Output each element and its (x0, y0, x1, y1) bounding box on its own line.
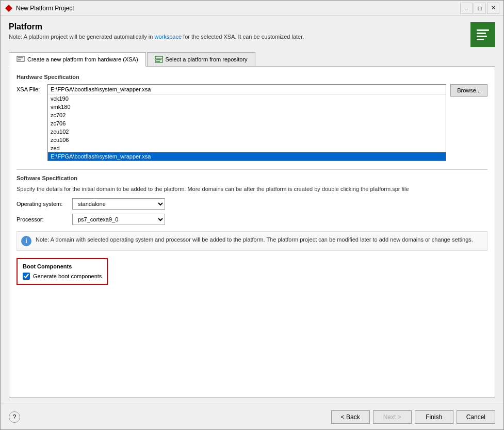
proc-select[interactable]: ps7_cortexa9_0 ps7_cortexa9_1 (72, 214, 165, 225)
footer-right: < Back Next > Finish Cancel (331, 410, 495, 424)
title-bar: New Platform Project – □ ✕ (1, 1, 503, 16)
tabs-container: Create a new platform from hardware (XSA… (9, 52, 495, 67)
proc-label: Processor: (17, 216, 68, 222)
footer-left: ? (9, 411, 20, 423)
close-button[interactable]: ✕ (487, 3, 499, 14)
os-select[interactable]: standalone linux freertos (72, 198, 165, 210)
window-title: New Platform Project (16, 5, 460, 12)
xsa-input[interactable] (48, 85, 446, 94)
svg-rect-4 (477, 36, 487, 37)
main-window: New Platform Project – □ ✕ Platform Note… (0, 0, 504, 430)
list-item[interactable]: zc702 (48, 111, 446, 119)
workspace-link[interactable]: workspace (154, 34, 182, 40)
hardware-tab-icon (17, 56, 25, 63)
boot-checkbox-row: Generate boot components (23, 273, 102, 280)
tab-repo-label: Select a platform from repository (166, 56, 248, 62)
list-item-selected[interactable]: E:\FPGA\bootflash\system_wrapper.xsa (48, 152, 446, 161)
proc-row: Processor: ps7_cortexa9_0 ps7_cortexa9_1 (17, 214, 487, 225)
repo-tab-icon (155, 56, 163, 63)
xsa-row: XSA File: vck190 vmk180 zc702 zc706 zcu1… (17, 84, 487, 161)
cancel-button[interactable]: Cancel (457, 410, 495, 424)
info-icon: i (21, 236, 31, 246)
list-item[interactable]: zcu106 (48, 136, 446, 144)
info-text: Note: A domain with selected operating s… (36, 236, 473, 244)
page-header: Platform Note: A platform project will b… (9, 22, 495, 47)
tab-create-from-hardware[interactable]: Create a new platform from hardware (XSA… (9, 52, 146, 67)
window-icon (5, 4, 13, 12)
list-item[interactable]: vmk180 (48, 103, 446, 111)
footer: ? < Back Next > Finish Cancel (1, 404, 503, 429)
help-button[interactable]: ? (9, 411, 20, 423)
svg-rect-6 (17, 56, 24, 61)
hardware-spec-section: Hardware Specification XSA File: vck190 … (17, 74, 487, 161)
xsa-file-label: XSA File: (17, 84, 43, 92)
maximize-button[interactable]: □ (474, 3, 486, 14)
software-spec-label: Software Specification (17, 175, 487, 181)
file-list-container: vck190 vmk180 zc702 zc706 zcu102 zcu106 … (47, 84, 446, 161)
os-row: Operating system: standalone linux freer… (17, 198, 487, 210)
svg-rect-7 (18, 57, 23, 58)
hardware-spec-label: Hardware Specification (17, 74, 487, 80)
file-list: vck190 vmk180 zc702 zc706 zcu102 zcu106 … (48, 94, 446, 161)
svg-rect-12 (156, 61, 160, 62)
svg-rect-3 (477, 33, 486, 34)
list-item[interactable]: zcu102 (48, 128, 446, 136)
minimize-button[interactable]: – (460, 3, 473, 14)
boot-section-label: Boot Components (23, 263, 102, 269)
software-spec-section: Software Specification Specify the detai… (17, 175, 487, 225)
svg-rect-1 (475, 26, 491, 43)
platform-icon (470, 22, 495, 47)
divider-1 (17, 169, 487, 170)
boot-checkbox-label[interactable]: Generate boot components (33, 273, 102, 279)
svg-rect-2 (477, 29, 489, 31)
os-label: Operating system: (17, 201, 68, 207)
list-item[interactable]: vck190 (48, 94, 446, 103)
boot-components-section: Boot Components Generate boot components (17, 258, 108, 285)
main-panel: Hardware Specification XSA File: vck190 … (9, 67, 495, 397)
svg-rect-8 (18, 59, 21, 60)
svg-rect-11 (156, 59, 161, 60)
page-title: Platform (9, 22, 304, 31)
tab-create-label: Create a new platform from hardware (XSA… (27, 56, 138, 62)
svg-marker-0 (5, 5, 12, 12)
window-controls: – □ ✕ (460, 3, 499, 14)
software-spec-desc: Specify the details for the initial doma… (17, 185, 487, 193)
tab-select-from-repo[interactable]: Select a platform from repository (147, 52, 255, 66)
svg-rect-5 (477, 39, 484, 40)
generate-boot-checkbox[interactable] (23, 273, 30, 280)
back-button[interactable]: < Back (331, 410, 370, 424)
browse-button[interactable]: Browse... (450, 84, 487, 97)
list-item[interactable]: zc706 (48, 119, 446, 128)
next-button[interactable]: Next > (373, 410, 412, 424)
header-left: Platform Note: A platform project will b… (9, 22, 304, 40)
info-box: i Note: A domain with selected operating… (17, 231, 487, 251)
page-subtitle: Note: A platform project will be generat… (9, 34, 304, 40)
list-item[interactable]: zed (48, 144, 446, 152)
dialog-content: Platform Note: A platform project will b… (1, 16, 503, 404)
finish-button[interactable]: Finish (415, 410, 453, 424)
